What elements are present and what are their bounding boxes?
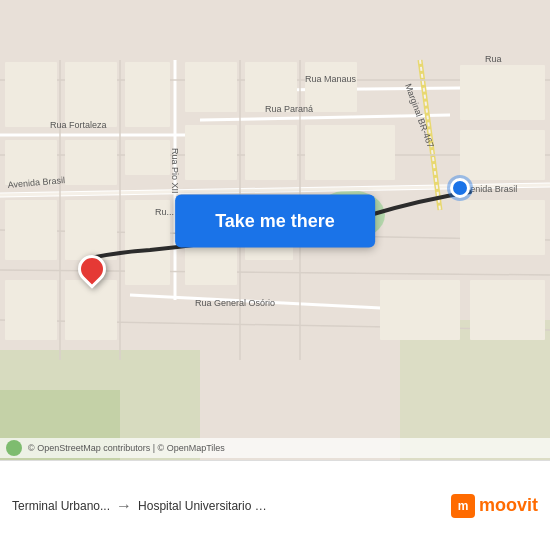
route-to-label: Hospital Universitario do Oeste ...: [138, 499, 268, 513]
svg-rect-33: [185, 125, 237, 180]
svg-rect-34: [245, 125, 297, 180]
svg-rect-36: [65, 200, 117, 260]
route-from-label: Terminal Urbano...: [12, 499, 110, 513]
moovit-icon: m: [451, 494, 475, 518]
origin-marker: [78, 255, 106, 283]
route-info: Terminal Urbano... → Hospital Universita…: [12, 497, 451, 515]
moovit-text: moovit: [479, 495, 538, 516]
svg-rect-24: [5, 62, 57, 127]
bottom-bar: Terminal Urbano... → Hospital Universita…: [0, 460, 550, 550]
svg-rect-44: [460, 200, 545, 255]
svg-rect-26: [125, 62, 170, 127]
svg-rect-25: [65, 62, 117, 127]
attribution-text: © OpenStreetMap contributors | © OpenMap…: [28, 443, 225, 453]
svg-text:Ru...: Ru...: [155, 207, 174, 217]
moovit-logo: m moovit: [451, 494, 538, 518]
svg-rect-45: [305, 125, 395, 180]
svg-text:Rua Pio XII: Rua Pio XII: [170, 148, 180, 194]
svg-rect-35: [5, 200, 57, 260]
svg-rect-30: [185, 62, 237, 112]
svg-text:Rua Fortaleza: Rua Fortaleza: [50, 120, 107, 130]
svg-rect-38: [65, 280, 117, 340]
svg-rect-37: [5, 280, 57, 340]
attribution-bar: © OpenStreetMap contributors | © OpenMap…: [0, 438, 550, 458]
svg-text:Rua General Osório: Rua General Osório: [195, 298, 275, 308]
svg-rect-47: [470, 280, 545, 340]
svg-text:Rua Manaus: Rua Manaus: [305, 74, 357, 84]
osm-logo-icon: [6, 440, 22, 456]
svg-rect-28: [65, 140, 117, 185]
destination-marker: [450, 178, 470, 198]
route-arrow-icon: →: [116, 497, 132, 515]
map-container: Rua Fortaleza Avenida Brasil Rua Pio XII…: [0, 0, 550, 460]
svg-text:Rua: Rua: [485, 54, 502, 64]
svg-rect-43: [460, 130, 545, 180]
svg-line-10: [270, 88, 460, 90]
take-me-there-button[interactable]: Take me there: [175, 194, 375, 247]
svg-text:Rua Paraná: Rua Paraná: [265, 104, 313, 114]
svg-rect-29: [125, 140, 170, 175]
svg-rect-42: [460, 65, 545, 120]
svg-rect-46: [380, 280, 460, 340]
